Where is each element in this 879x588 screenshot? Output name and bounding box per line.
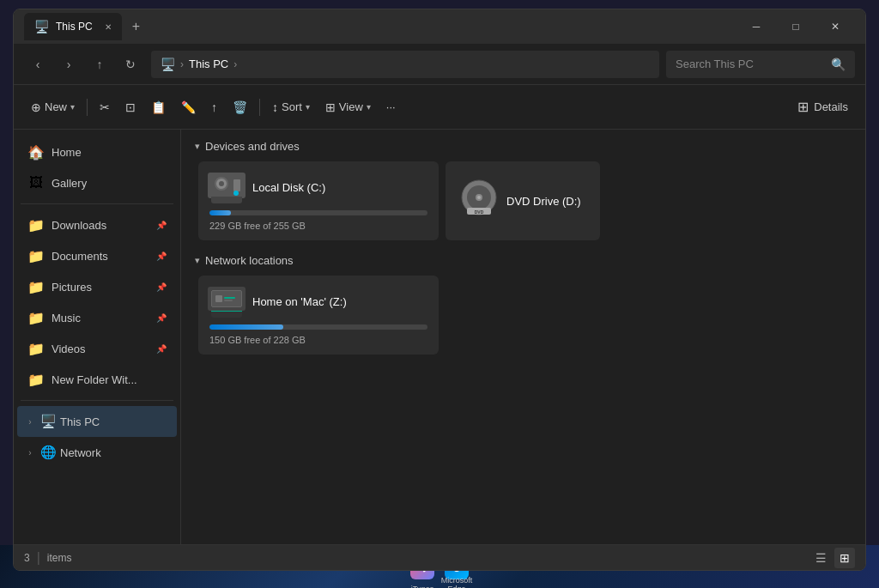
sidebar-this-pc-label: This PC [60, 415, 100, 428]
network-section-title: Network locations [205, 254, 294, 267]
drive-top-c: Local Disk (C:) [209, 171, 427, 205]
mac-z-card[interactable]: Home on 'Mac' (Z:) 150 GB free of 228 GB [198, 276, 439, 355]
maximize-button[interactable]: □ [776, 13, 815, 40]
sidebar-divider-2 [21, 400, 173, 401]
sidebar-home-label: Home [52, 146, 167, 159]
local-disk-c-progress-fill [209, 210, 231, 215]
network-locations-header: ▾ Network locations [195, 254, 852, 267]
minimize-button[interactable]: ─ [737, 13, 776, 40]
sort-chevron-icon: ▾ [306, 102, 310, 112]
up-button[interactable]: ↑ [86, 51, 113, 78]
window-controls: ─ □ ✕ [737, 13, 855, 40]
statusbar: 3 | items ☰ ⊞ [14, 544, 865, 570]
local-disk-c-info: Local Disk (C:) [252, 181, 427, 196]
mac-z-info: Home on 'Mac' (Z:) [252, 295, 427, 310]
cut-button[interactable]: ✂ [93, 92, 117, 123]
back-button[interactable]: ‹ [24, 51, 52, 78]
new-icon: ⊕ [31, 100, 41, 114]
item-count: 3 [24, 552, 30, 564]
downloads-folder-icon: 📁 [27, 217, 45, 233]
details-label: Details [814, 100, 848, 113]
status-separator: | [37, 550, 40, 566]
documents-folder-icon: 📁 [27, 248, 45, 264]
local-disk-c-free: 229 GB free of 255 GB [209, 221, 427, 231]
dvd-drive-d-card[interactable]: DVD DVD Drive (D:) [446, 161, 600, 240]
sidebar-divider-1 [21, 203, 173, 204]
sidebar-item-new-folder[interactable]: 📁 New Folder Wit... [17, 364, 177, 395]
new-tab-button[interactable]: + [125, 15, 147, 38]
content-area: 🏠 Home 🖼 Gallery 📁 Downloads 📌 📁 Documen… [14, 130, 865, 544]
sidebar-item-downloads[interactable]: 📁 Downloads 📌 [17, 209, 177, 240]
file-explorer-window: 🖥️ This PC ✕ + ─ □ ✕ ‹ › ↑ ↻ 🖥️ › This P… [13, 9, 866, 571]
copy-button[interactable]: ⊡ [118, 92, 142, 123]
pictures-folder-icon: 📁 [27, 279, 45, 295]
sort-button[interactable]: ↕ Sort ▾ [265, 92, 317, 123]
share-button[interactable]: ↑ [204, 92, 224, 123]
sidebar-item-pictures[interactable]: 📁 Pictures 📌 [17, 271, 177, 302]
more-icon: ··· [386, 100, 396, 113]
paste-button[interactable]: 📋 [144, 92, 173, 123]
navbar: ‹ › ↑ ↻ 🖥️ › This PC › Search This PC 🔍 [14, 44, 865, 85]
view-button[interactable]: ⊞ View ▾ [318, 92, 378, 123]
refresh-button[interactable]: ↻ [117, 51, 144, 78]
home-icon: 🏠 [27, 144, 45, 161]
this-pc-tree-icon: 🖥️ [39, 414, 57, 429]
network-drive-icon [209, 285, 244, 319]
pin-icon: 📌 [156, 221, 167, 230]
sort-label: Sort [282, 100, 302, 113]
local-disk-c-name: Local Disk (C:) [252, 181, 427, 194]
sidebar-new-folder-label: New Folder Wit... [52, 373, 167, 386]
network-drives-grid: Home on 'Mac' (Z:) 150 GB free of 228 GB [195, 276, 852, 355]
more-button[interactable]: ··· [379, 92, 403, 123]
pin-icon-music: 📌 [156, 313, 167, 323]
sidebar-item-gallery[interactable]: 🖼 Gallery [17, 167, 177, 198]
local-disk-icon [209, 171, 244, 205]
address-end-chevron: › [233, 58, 237, 70]
address-bar[interactable]: 🖥️ › This PC › [151, 51, 659, 78]
sidebar-tree-network[interactable]: › 🌐 Network [17, 437, 177, 468]
sidebar-tree-this-pc[interactable]: › 🖥️ This PC [17, 406, 177, 437]
mac-z-progress-fill [209, 324, 283, 330]
svg-point-3 [477, 196, 481, 199]
toolbar-separator-2 [259, 99, 260, 116]
tab-close-button[interactable]: ✕ [105, 22, 112, 32]
details-icon: ⊞ [797, 99, 809, 115]
active-tab[interactable]: 🖥️ This PC ✕ [24, 13, 122, 40]
details-button[interactable]: ⊞ Details [791, 92, 855, 123]
devices-section-chevron[interactable]: ▾ [195, 141, 200, 152]
sidebar: 🏠 Home 🖼 Gallery 📁 Downloads 📌 📁 Documen… [14, 130, 181, 544]
search-icon: 🔍 [831, 58, 846, 71]
sidebar-videos-label: Videos [52, 342, 149, 355]
local-disk-c-card[interactable]: Local Disk (C:) 229 GB free of 255 GB [198, 161, 439, 240]
sidebar-documents-label: Documents [52, 250, 149, 263]
mac-z-name: Home on 'Mac' (Z:) [252, 295, 427, 308]
network-section-chevron[interactable]: ▾ [195, 255, 200, 266]
close-button[interactable]: ✕ [815, 13, 855, 40]
network-tree-icon: 🌐 [39, 445, 57, 460]
mac-z-free: 150 GB free of 228 GB [209, 335, 427, 345]
sidebar-item-music[interactable]: 📁 Music 📌 [17, 302, 177, 333]
new-chevron-icon: ▾ [70, 102, 75, 112]
grid-view-button[interactable]: ⊞ [834, 548, 855, 568]
delete-icon: 🗑️ [233, 100, 247, 114]
this-pc-chevron-icon: › [24, 417, 36, 427]
dvd-drive-d-name: DVD Drive (D:) [506, 195, 581, 208]
forward-button[interactable]: › [55, 51, 82, 78]
sidebar-item-videos[interactable]: 📁 Videos 📌 [17, 333, 177, 364]
music-folder-icon: 📁 [27, 310, 45, 326]
sidebar-item-documents[interactable]: 📁 Documents 📌 [17, 240, 177, 271]
search-bar[interactable]: Search This PC 🔍 [666, 51, 855, 78]
network-chevron-icon: › [24, 448, 36, 458]
main-panel: ▾ Devices and drives [181, 130, 865, 544]
new-button[interactable]: ⊕ New ▾ [24, 92, 82, 123]
sidebar-item-home[interactable]: 🏠 Home [17, 136, 177, 167]
sort-icon: ↕ [272, 100, 278, 114]
copy-icon: ⊡ [125, 100, 136, 114]
search-placeholder: Search This PC [676, 58, 826, 70]
paste-icon: 📋 [151, 100, 166, 114]
sidebar-pictures-label: Pictures [52, 281, 149, 294]
rename-button[interactable]: ✏️ [174, 92, 203, 123]
view-chevron-icon: ▾ [367, 102, 371, 112]
delete-button[interactable]: 🗑️ [226, 92, 254, 123]
list-view-button[interactable]: ☰ [810, 548, 831, 568]
